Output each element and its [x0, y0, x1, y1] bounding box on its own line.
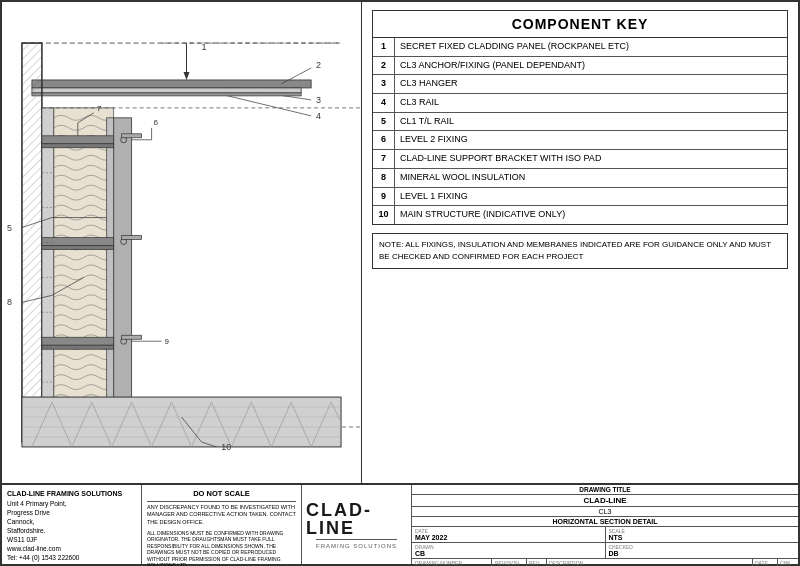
address-line3: Cannock,	[7, 517, 136, 526]
component-key-number: 10	[373, 206, 395, 224]
component-key-description: CL3 HANGER	[395, 75, 787, 93]
svg-rect-23	[107, 118, 114, 417]
description-label: DESCRIPTION	[549, 560, 750, 566]
date-value: MAY 2022	[415, 534, 602, 541]
website: www.clad-line.com	[7, 544, 136, 553]
svg-rect-53	[122, 134, 142, 138]
page: 1 2 3 4	[0, 0, 800, 566]
component-key-description: CL3 RAIL	[395, 94, 787, 112]
address-line1: Unit 4 Primary Point,	[7, 499, 136, 508]
svg-rect-27	[42, 245, 114, 249]
component-key-title: COMPONENT KEY	[372, 10, 788, 38]
main-content: 1 2 3 4	[2, 2, 798, 484]
svg-rect-26	[42, 238, 114, 246]
tel: Tel: +44 (0) 1543 222600	[7, 553, 136, 562]
component-key-row: 1SECRET FIXED CLADDING PANEL (ROCKPANEL …	[373, 38, 787, 57]
address-line4: Staffordshire.	[7, 526, 136, 535]
svg-rect-19	[42, 108, 54, 427]
component-key-table: 1SECRET FIXED CLADDING PANEL (ROCKPANEL …	[372, 38, 788, 225]
svg-rect-13	[32, 93, 301, 96]
footer-do-not-scale: DO NOT SCALE ANY DISCREPANCY FOUND TO BE…	[142, 485, 302, 564]
component-key-number: 6	[373, 131, 395, 149]
component-key-number: 8	[373, 169, 395, 187]
component-key-description: LEVEL 1 FIXING	[395, 188, 787, 206]
component-key-description: MAIN STRUCTURE (INDICATIVE ONLY)	[395, 206, 787, 224]
revision-label: REVISION	[495, 560, 523, 566]
drawing-area: 1 2 3 4	[2, 2, 362, 483]
svg-rect-17	[22, 43, 42, 442]
footer-drawing-info: DRAWING TITLE CLAD-LINE CL3 HORIZONTAL S…	[412, 485, 798, 564]
component-key-number: 1	[373, 38, 395, 56]
component-key-description: CLAD-LINE SUPPORT BRACKET WITH ISO PAD	[395, 150, 787, 168]
component-key-description: MINERAL WOOL INSULATION	[395, 169, 787, 187]
component-key-number: 5	[373, 113, 395, 131]
component-key-description: CL1 T/L RAIL	[395, 113, 787, 131]
date-col-label: DATE	[755, 560, 775, 566]
svg-text:3: 3	[316, 95, 321, 105]
svg-text:9: 9	[165, 337, 170, 346]
logo-text-bottom: FRAMING SOLUTIONS	[316, 543, 397, 549]
drawing-title-label: DRAWING TITLE	[412, 485, 798, 495]
component-key-description: LEVEL 2 FIXING	[395, 131, 787, 149]
component-key-number: 2	[373, 57, 395, 75]
component-key-row: 8MINERAL WOOL INSULATION	[373, 169, 787, 188]
svg-rect-5	[32, 80, 311, 88]
component-key-row: 9LEVEL 1 FIXING	[373, 188, 787, 207]
component-key-row: 3CL3 HANGER	[373, 75, 787, 94]
svg-rect-29	[42, 345, 114, 349]
svg-text:6: 6	[154, 118, 159, 127]
logo-text-top: CLAD-LINE	[306, 501, 407, 537]
svg-rect-55	[122, 335, 142, 339]
drawing-desc: HORIZONTAL SECTION DETAIL	[412, 517, 798, 527]
svg-rect-46	[22, 397, 341, 447]
component-key-description: SECRET FIXED CLADDING PANEL (ROCKPANEL E…	[395, 38, 787, 56]
address-line5: WS11 0JF	[7, 535, 136, 544]
component-key-row: 7CLAD-LINE SUPPORT BRACKET WITH ISO PAD	[373, 150, 787, 169]
drawn-value: CB	[415, 550, 602, 557]
component-key-row: 4CL3 RAIL	[373, 94, 787, 113]
svg-text:10: 10	[221, 442, 231, 452]
component-key-area: COMPONENT KEY 1SECRET FIXED CLADDING PAN…	[362, 2, 798, 483]
drawing-company: CLAD-LINE	[412, 495, 798, 507]
do-not-scale-label: DO NOT SCALE	[147, 489, 296, 502]
svg-text:5: 5	[7, 223, 12, 233]
chk-label: CHK	[780, 560, 796, 566]
svg-text:4: 4	[316, 111, 321, 121]
component-key-row: 6LEVEL 2 FIXING	[373, 131, 787, 150]
component-key-number: 7	[373, 150, 395, 168]
component-key-row: 5CL1 T/L RAIL	[373, 113, 787, 132]
drawing-ref: CL3	[412, 507, 798, 517]
address-line2: Progress Drive	[7, 508, 136, 517]
svg-rect-28	[42, 337, 114, 345]
footer: CLAD-LINE FRAMING SOLUTIONS Unit 4 Prima…	[2, 484, 798, 564]
note-box: NOTE: ALL FIXINGS, INSULATION AND MEMBRA…	[372, 233, 788, 269]
component-key-number: 4	[373, 94, 395, 112]
svg-text:1: 1	[201, 42, 206, 52]
svg-rect-24	[42, 136, 114, 144]
logo-divider	[316, 539, 397, 540]
svg-rect-12	[32, 88, 301, 93]
svg-text:7: 7	[97, 104, 102, 113]
svg-rect-22	[114, 118, 132, 417]
component-key-row: 10MAIN STRUCTURE (INDICATIVE ONLY)	[373, 206, 787, 224]
component-key-number: 3	[373, 75, 395, 93]
scale-value: NTS	[609, 534, 796, 541]
component-key-row: 2CL3 ANCHOR/FIXING (PANEL DEPENDANT)	[373, 57, 787, 76]
do-not-scale-note: ANY DISCREPANCY FOUND TO BE INVESTIGATED…	[147, 504, 296, 527]
checked-value: DB	[609, 550, 796, 557]
svg-text:8: 8	[7, 297, 12, 307]
svg-rect-25	[42, 144, 114, 148]
footer-logo: CLAD-LINE FRAMING SOLUTIONS	[302, 485, 412, 564]
component-key-description: CL3 ANCHOR/FIXING (PANEL DEPENDANT)	[395, 57, 787, 75]
footer-company-info: CLAD-LINE FRAMING SOLUTIONS Unit 4 Prima…	[2, 485, 142, 564]
svg-text:2: 2	[316, 60, 321, 70]
svg-rect-54	[122, 236, 142, 240]
company-name: CLAD-LINE FRAMING SOLUTIONS	[7, 489, 136, 499]
component-key-number: 9	[373, 188, 395, 206]
